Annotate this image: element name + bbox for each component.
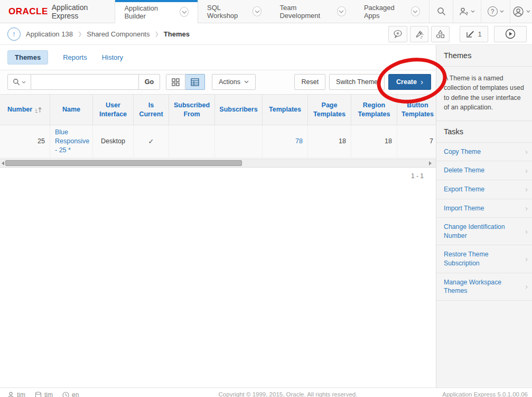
report-view-button[interactable] xyxy=(185,74,205,90)
horizontal-scrollbar[interactable] xyxy=(0,159,436,168)
table-view-icon xyxy=(191,78,199,86)
toolbar-right-buttons: Reset Switch Theme Create › xyxy=(294,74,431,90)
breadcrumb-bar: ↑ Application 138 › Shared Components › … xyxy=(0,23,532,45)
chevron-right-icon: › xyxy=(525,165,528,176)
chevron-right-icon: › xyxy=(525,203,528,214)
shared-components-button[interactable] xyxy=(431,26,450,42)
column-header-is-current[interactable]: Is Current xyxy=(134,94,169,125)
cell-templates: 78 xyxy=(263,125,308,158)
chevron-down-icon xyxy=(500,10,504,13)
theme-name-link[interactable]: Blue Responsive - 25 * xyxy=(55,128,89,155)
chevron-right-icon: › xyxy=(525,184,528,195)
page-action-buttons: 1 xyxy=(388,26,527,42)
column-header-name[interactable]: Name xyxy=(50,94,93,125)
cell-user-interface: Desktop xyxy=(93,125,134,158)
report-toolbar: Go Actions Reset Switch Theme Create › xyxy=(0,70,436,94)
column-header-subscribers[interactable]: Subscribers xyxy=(215,94,263,125)
help-menu-button[interactable]: ? xyxy=(481,0,510,23)
right-sidebar: Themes A Theme is a named collection of … xyxy=(436,45,532,387)
task-restore-theme-subscription[interactable]: Restore Theme Subscription› xyxy=(436,245,532,273)
play-icon xyxy=(505,29,516,39)
column-header-region-templates[interactable]: Region Templates xyxy=(351,94,397,125)
scroll-left-arrow-icon[interactable] xyxy=(2,161,4,165)
nav-tab-sql-workshop[interactable]: SQL Workshop xyxy=(198,0,270,23)
scroll-right-arrow-icon[interactable] xyxy=(429,161,432,165)
chevron-down-icon xyxy=(526,10,530,13)
task-label: Copy Theme xyxy=(444,148,481,155)
actions-button[interactable]: Actions xyxy=(212,74,256,90)
database-icon xyxy=(35,392,42,397)
nav-tab-label: Packaged Apps xyxy=(364,4,406,20)
search-icon xyxy=(13,78,20,86)
shapes-icon xyxy=(436,30,445,39)
nav-tab-application-builder[interactable]: Application Builder xyxy=(115,0,198,24)
admin-wrench-icon xyxy=(459,7,469,16)
chevron-right-icon: › xyxy=(525,254,528,264)
sidebar-about-text: A Theme is a named collection of templat… xyxy=(436,67,532,121)
task-delete-theme[interactable]: Delete Theme› xyxy=(436,161,532,180)
go-button[interactable]: Go xyxy=(139,74,160,90)
view-toggle-group xyxy=(166,74,205,90)
tab-history[interactable]: History xyxy=(102,53,123,61)
column-header-templates[interactable]: Templates xyxy=(263,94,308,125)
chevron-down-icon[interactable] xyxy=(411,6,420,16)
help-icon: ? xyxy=(488,6,498,16)
column-header-page-templates[interactable]: Page Templates xyxy=(308,94,351,125)
feedback-button[interactable] xyxy=(388,26,407,42)
create-label: Create xyxy=(396,78,417,86)
task-copy-theme[interactable]: Copy Theme› xyxy=(436,143,532,162)
clock-icon xyxy=(62,392,69,397)
chevron-down-icon[interactable] xyxy=(180,7,189,17)
breadcrumb-shared-components[interactable]: Shared Components xyxy=(87,30,150,38)
task-change-identification-number[interactable]: Change Identification Number› xyxy=(436,218,532,245)
top-nav-utilities: ? xyxy=(429,0,532,23)
column-header-button-templates[interactable]: Button Templates xyxy=(397,94,436,125)
account-menu-button[interactable] xyxy=(510,0,532,23)
nav-tab-label: SQL Workshop xyxy=(207,4,248,20)
nav-tab-packaged-apps[interactable]: Packaged Apps xyxy=(355,0,429,23)
column-header-user-interface[interactable]: User Interface xyxy=(93,94,134,125)
footer-copyright: Copyright © 1999, 2015, Oracle. All righ… xyxy=(203,391,372,397)
column-header-subscribed-from[interactable]: Subscribed From xyxy=(169,94,215,125)
tab-reports[interactable]: Reports xyxy=(63,53,87,61)
administration-menu-button[interactable] xyxy=(453,0,481,23)
nav-tab-label: Team Development xyxy=(279,4,332,20)
cell-number: 25 xyxy=(0,125,50,158)
global-search-button[interactable] xyxy=(429,0,453,23)
cell-page-templates: 18 xyxy=(308,125,351,158)
footer-user: tim xyxy=(7,391,25,397)
chevron-right-icon: › xyxy=(421,77,423,86)
edit-pencil-icon xyxy=(466,30,474,38)
task-import-theme[interactable]: Import Theme› xyxy=(436,199,532,218)
icon-view-button[interactable] xyxy=(166,74,185,90)
chevron-down-icon[interactable] xyxy=(337,6,346,16)
tab-themes[interactable]: Themes xyxy=(7,50,48,64)
chevron-right-icon: › xyxy=(525,226,528,237)
run-page-button[interactable] xyxy=(494,26,527,42)
breadcrumb-application[interactable]: Application 138 xyxy=(26,30,73,38)
task-manage-workspace-themes[interactable]: Manage Workspace Themes› xyxy=(436,273,532,301)
product-name: Application Express xyxy=(52,3,106,20)
switch-theme-button[interactable]: Switch Theme xyxy=(329,74,385,90)
reset-button[interactable]: Reset xyxy=(294,74,325,90)
chevron-down-icon[interactable] xyxy=(253,6,262,16)
top-nav-bar: ORACLE Application Express Application B… xyxy=(0,0,532,23)
scrollbar-thumb[interactable] xyxy=(5,160,242,166)
nav-tab-label: Application Builder xyxy=(124,4,175,20)
task-export-theme[interactable]: Export Theme› xyxy=(436,180,532,199)
up-arrow-icon[interactable]: ↑ xyxy=(7,27,21,41)
table-header-row: Number Name User Interface Is Current Su… xyxy=(0,94,436,125)
edit-page-button[interactable]: 1 xyxy=(460,26,488,42)
logo: ORACLE Application Express xyxy=(0,0,115,23)
actions-label: Actions xyxy=(219,78,240,86)
pagination-range: 1 - 1 xyxy=(0,172,424,180)
search-options-button[interactable] xyxy=(7,74,31,90)
templates-count-link[interactable]: 78 xyxy=(295,137,303,146)
apex-themes-page: ORACLE Application Express Application B… xyxy=(0,0,532,397)
nav-tab-team-development[interactable]: Team Development xyxy=(270,0,354,23)
flashlight-button[interactable] xyxy=(410,26,428,42)
column-header-number[interactable]: Number xyxy=(0,94,50,125)
create-button[interactable]: Create › xyxy=(388,74,431,90)
search-input[interactable] xyxy=(31,74,139,90)
feedback-bubble-icon xyxy=(393,30,403,38)
